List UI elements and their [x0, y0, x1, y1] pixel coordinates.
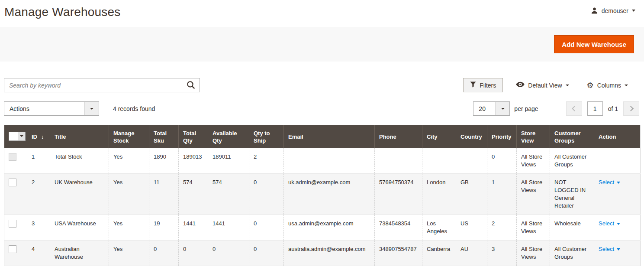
cell-city: Canberra — [422, 241, 456, 266]
cell-total_sku: 1890 — [149, 148, 179, 174]
select-all-split[interactable] — [9, 132, 26, 141]
add-new-warehouse-button[interactable]: Add New Warehouse — [554, 35, 634, 53]
row-checkbox[interactable] — [9, 179, 16, 186]
select-all-checkbox[interactable] — [9, 132, 18, 140]
default-view-label: Default View — [528, 82, 562, 89]
row-action-select[interactable]: Select — [599, 179, 620, 186]
row-checkbox[interactable] — [9, 220, 16, 228]
records-found: 4 records found — [113, 105, 155, 112]
gear-icon: ⚙ — [587, 81, 594, 89]
row-action-select[interactable]: Select — [599, 245, 620, 253]
row-checkbox[interactable] — [9, 245, 16, 253]
table-row: 2UK WarehouseYes115745740uk.admin@exampl… — [4, 174, 641, 215]
page-title: Manage Warehouses — [4, 5, 121, 19]
cell-total_sku: 19 — [149, 215, 179, 241]
mass-actions: Actions 4 records found — [4, 101, 155, 116]
header-total_qty[interactable]: Total Qty — [179, 125, 208, 148]
table-row: 3USA WarehouseYes19144114410usa.admin@ex… — [4, 215, 641, 241]
user-name: demouser — [602, 7, 628, 14]
cell-country: AU — [456, 241, 487, 266]
per-page-value: 20 — [473, 102, 496, 115]
cell-priority: 1 — [487, 174, 517, 215]
table-row: 1Total StockYes189018901318901120All Sto… — [4, 148, 641, 174]
cell-customer_groups: All Customer Groups — [550, 148, 594, 174]
header-store_view[interactable]: Store View — [517, 125, 550, 148]
cell-qty_to_ship: 0 — [249, 215, 284, 241]
grid-controls-row: Actions 4 records found 20 per page of 1 — [4, 101, 640, 116]
chevron-down-icon — [632, 10, 635, 12]
cell-email: usa.admin@example.com — [284, 215, 375, 241]
cell-email: uk.admin@example.com — [284, 174, 375, 215]
chevron-down-icon — [617, 248, 620, 250]
cell-manage_stock: Yes — [109, 241, 149, 266]
select-all-caret-button[interactable] — [18, 132, 25, 140]
cell-title: UK Warehouse — [50, 174, 109, 215]
cell-customer_groups: All Customer Groups — [550, 241, 594, 266]
page-number-input[interactable] — [587, 101, 603, 116]
cell-action — [594, 148, 641, 174]
header-available_qty[interactable]: Available Qty — [208, 125, 249, 148]
cell-manage_stock: Yes — [109, 148, 149, 174]
cell-phone: 348907554787 — [375, 241, 422, 266]
header-city[interactable]: City — [422, 125, 456, 148]
columns-dropdown[interactable]: ⚙ Columns — [580, 78, 635, 92]
cell-checkbox — [4, 241, 27, 266]
cell-email — [284, 148, 375, 174]
page-header: Manage Warehouses demouser — [0, 0, 644, 27]
cell-phone: 7384548354 — [375, 215, 422, 241]
cell-phone: 57694750374 — [375, 174, 422, 215]
search-icon[interactable] — [186, 80, 196, 91]
cell-priority: 3 — [487, 241, 517, 266]
warehouse-grid: ID↓TitleManage StockTotal SkuTotal QtyAv… — [4, 125, 641, 266]
per-page-select[interactable]: 20 — [473, 101, 510, 116]
cell-city: Los Angeles — [422, 215, 456, 241]
cell-title: Total Stock — [50, 148, 109, 174]
header-action[interactable]: Action — [594, 125, 641, 148]
columns-label: Columns — [597, 82, 621, 89]
user-menu[interactable]: demouser — [591, 7, 635, 14]
header-priority[interactable]: Priority — [487, 125, 517, 148]
cell-id: 3 — [27, 215, 50, 241]
chevron-down-icon — [617, 223, 620, 225]
cell-id: 4 — [27, 241, 50, 266]
cell-store_view: All Store Views — [517, 174, 550, 215]
cell-city: London — [422, 174, 456, 215]
cell-id: 2 — [27, 174, 50, 215]
cell-action: Select — [594, 215, 641, 241]
chevron-left-icon — [572, 106, 577, 111]
actions-select-caret — [84, 102, 99, 115]
cell-country: US — [456, 215, 487, 241]
header-total_sku[interactable]: Total Sku — [149, 125, 179, 148]
prev-page-button[interactable] — [566, 101, 582, 116]
header-email[interactable]: Email — [284, 125, 375, 148]
cell-customer_groups: Wholesale — [550, 215, 594, 241]
chevron-down-icon — [566, 85, 569, 86]
cell-id: 1 — [27, 148, 50, 174]
header-qty_to_ship[interactable]: Qty to Ship — [249, 125, 284, 148]
header-title[interactable]: Title — [50, 125, 109, 148]
header-manage_stock[interactable]: Manage Stock — [109, 125, 149, 148]
cell-available_qty: 1441 — [208, 215, 249, 241]
cell-checkbox — [4, 148, 27, 174]
grid-wrap: ID↓TitleManage StockTotal SkuTotal QtyAv… — [4, 125, 640, 266]
cell-country: GB — [456, 174, 487, 215]
header-country[interactable]: Country — [456, 125, 487, 148]
cell-qty_to_ship: 0 — [249, 174, 284, 215]
search-input[interactable] — [4, 78, 200, 92]
cell-available_qty: 189011 — [208, 148, 249, 174]
chevron-down-icon — [625, 85, 628, 86]
header-customer_groups[interactable]: Customer Groups — [550, 125, 594, 148]
chevron-right-icon — [628, 106, 634, 111]
cell-country — [456, 148, 487, 174]
next-page-button[interactable] — [623, 101, 639, 116]
filter-icon — [470, 81, 476, 89]
header-id[interactable]: ID↓ — [27, 125, 50, 148]
actions-select-value: Actions — [4, 102, 84, 115]
row-action-select[interactable]: Select — [599, 220, 620, 228]
header-phone[interactable]: Phone — [375, 125, 422, 148]
cell-total_sku: 11 — [149, 174, 179, 215]
actions-select[interactable]: Actions — [4, 101, 99, 116]
default-view-dropdown[interactable]: Default View — [509, 78, 576, 92]
cell-qty_to_ship: 0 — [249, 241, 284, 266]
filters-button[interactable]: Filters — [463, 78, 503, 92]
